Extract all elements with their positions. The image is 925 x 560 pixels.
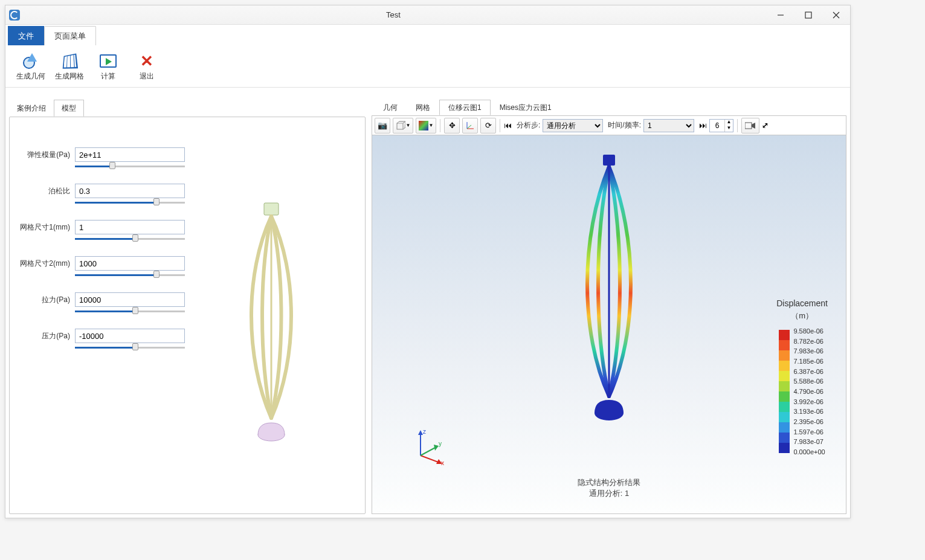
forward-icon[interactable]: ⏭ <box>699 121 707 130</box>
ribbon: 生成几何 生成网格 计算 ✕ 退出 <box>5 45 850 88</box>
separator <box>500 119 500 132</box>
svg-rect-4 <box>264 203 279 215</box>
legend-value: 3.193e-06 <box>793 408 825 415</box>
param-input-0[interactable] <box>75 147 185 162</box>
screenshot-button[interactable]: 📷 <box>375 118 390 134</box>
tab-geometry[interactable]: 几何 <box>374 100 407 115</box>
ribbon-label: 生成网格 <box>55 71 84 82</box>
legend-value: 7.983e-06 <box>793 347 825 355</box>
result-line2: 通用分析: 1 <box>578 488 640 499</box>
separator <box>440 119 440 132</box>
tab-model[interactable]: 模型 <box>54 100 84 117</box>
system-buttons <box>767 5 850 25</box>
calculate-button[interactable]: 计算 <box>89 48 127 87</box>
rotate-button[interactable]: ⟳ <box>480 118 496 134</box>
svg-rect-14 <box>603 155 615 166</box>
time-freq-label: 时间/频率: <box>608 120 641 130</box>
generate-mesh-button[interactable]: 生成网格 <box>50 48 89 87</box>
result-line1: 隐式结构分析结果 <box>578 477 640 488</box>
legend-value: 8.782e-06 <box>793 338 825 345</box>
dropdown-arrow-icon: ▼ <box>429 123 434 128</box>
legend-value: 5.588e-06 <box>793 378 825 385</box>
rotate-icon: ⟳ <box>485 121 492 130</box>
legend-value: 4.790e-06 <box>793 388 825 395</box>
legend-value: 1.597e-06 <box>793 428 825 436</box>
exit-button[interactable]: ✕ 退出 <box>127 48 166 87</box>
result-label: 隐式结构分析结果 通用分析: 1 <box>578 477 640 499</box>
play-icon <box>100 54 117 68</box>
tab-displacement[interactable]: 位移云图1 <box>439 100 491 115</box>
param-label: 压力(Pa) <box>16 331 70 341</box>
result-viewer[interactable]: z y x 隐式结构分析结果 通用分析: 1 Displacement （m） … <box>372 135 846 514</box>
axis-triad: z y x <box>408 429 445 465</box>
legend-value: 7.185e-06 <box>793 358 825 365</box>
svg-rect-7 <box>397 123 403 129</box>
view-cube-button[interactable]: ▼ <box>393 118 413 134</box>
analysis-step-label: 分析步: <box>517 120 540 130</box>
generate-geometry-button[interactable]: 生成几何 <box>11 48 50 87</box>
maximize-button[interactable] <box>794 5 822 25</box>
expand-icon[interactable]: ⤢ <box>762 121 769 130</box>
axes-button[interactable] <box>462 118 478 134</box>
axes-icon <box>465 121 475 130</box>
viewer-toolbar: 📷 ▼ ▼ ✥ ⟳ <box>372 115 846 135</box>
legend-title: Displacement <box>776 298 828 308</box>
legend-unit: （m） <box>776 311 828 321</box>
rainbow-icon <box>419 121 428 130</box>
svg-marker-13 <box>752 123 755 129</box>
svg-line-21 <box>421 447 436 455</box>
param-slider-4[interactable] <box>75 309 185 313</box>
fit-view-button[interactable]: ✥ <box>444 118 460 134</box>
param-slider-3[interactable] <box>75 273 185 277</box>
record-button[interactable] <box>741 118 759 134</box>
rewind-icon[interactable]: ⏮ <box>504 121 512 130</box>
geometry-icon <box>23 53 39 69</box>
param-input-4[interactable] <box>75 292 185 307</box>
left-tabs: 案例介绍 模型 <box>9 100 366 117</box>
legend-value: 7.983e-07 <box>793 438 825 445</box>
menu-tabs: 文件 页面菜单 <box>5 25 850 45</box>
tab-mesh[interactable]: 网格 <box>407 100 439 115</box>
app-icon <box>9 10 20 21</box>
svg-rect-12 <box>745 123 752 129</box>
svg-text:x: x <box>441 460 444 466</box>
left-panel-body: 弹性模量(Pa)泊松比网格尺寸1(mm)网格尺寸2(mm)拉力(Pa)压力(Pa… <box>9 117 366 514</box>
svg-marker-22 <box>434 445 439 451</box>
ribbon-label: 生成几何 <box>16 71 45 82</box>
spinner-arrows: ▲▼ <box>724 120 733 132</box>
titlebar: Test <box>5 5 850 25</box>
param-input-1[interactable] <box>75 184 185 198</box>
tab-file[interactable]: 文件 <box>8 26 44 45</box>
svg-marker-18 <box>418 430 423 435</box>
param-input-2[interactable] <box>75 220 185 234</box>
fea-result-svg <box>555 152 663 430</box>
right-pane: 几何 网格 位移云图1 Mises应力云图1 📷 ▼ ▼ <box>372 100 846 514</box>
svg-line-11 <box>467 125 471 129</box>
dropdown-arrow-icon: ▼ <box>406 123 411 128</box>
analysis-step-select[interactable]: 通用分析 <box>543 119 603 132</box>
tab-case-intro[interactable]: 案例介绍 <box>9 100 54 117</box>
camera-icon: 📷 <box>378 121 387 130</box>
param-input-3[interactable] <box>75 256 185 271</box>
frame-spinner[interactable]: 6 ▲▼ <box>709 119 733 132</box>
param-input-5[interactable] <box>75 329 185 343</box>
legend-colorbar <box>779 330 790 453</box>
tab-page-menu[interactable]: 页面菜单 <box>44 26 96 45</box>
close-button[interactable] <box>822 5 850 25</box>
right-tabs: 几何 网格 位移云图1 Mises应力云图1 <box>372 100 846 115</box>
app-window: Test 文件 页面菜单 生成几何 生成网格 计算 <box>5 5 851 518</box>
param-slider-2[interactable] <box>75 237 185 240</box>
parameter-column: 弹性模量(Pa)泊松比网格尺寸1(mm)网格尺寸2(mm)拉力(Pa)压力(Pa… <box>16 141 185 507</box>
svg-text:z: z <box>423 428 426 435</box>
param-slider-1[interactable] <box>75 201 185 204</box>
param-slider-0[interactable] <box>75 164 185 168</box>
cube-icon <box>396 121 405 130</box>
legend-value: 0.000e+00 <box>793 448 825 455</box>
left-pane: 案例介绍 模型 弹性模量(Pa)泊松比网格尺寸1(mm)网格尺寸2(mm)拉力(… <box>9 100 366 514</box>
tab-mises[interactable]: Mises应力云图1 <box>491 100 561 115</box>
minimize-button[interactable] <box>767 5 794 25</box>
param-slider-5[interactable] <box>75 346 185 349</box>
time-freq-select[interactable]: 1 <box>643 119 694 132</box>
colormap-button[interactable]: ▼ <box>416 118 436 134</box>
preview-svg <box>227 201 317 448</box>
